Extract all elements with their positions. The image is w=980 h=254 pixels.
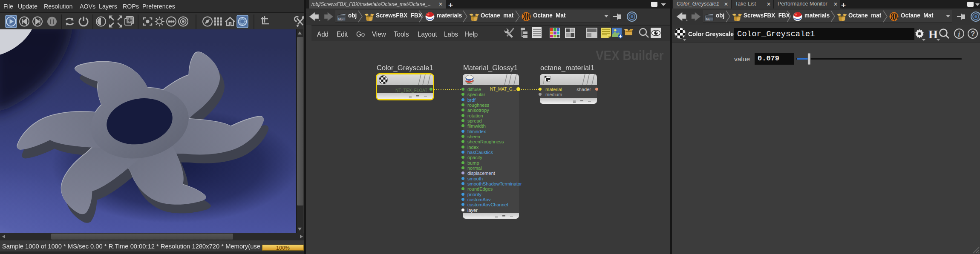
svg-text:H: H [928, 28, 938, 41]
svg-text:Mo: Mo [706, 18, 710, 21]
svg-text:Mo: Mo [338, 18, 343, 21]
svg-text:i: i [958, 31, 960, 38]
svg-text:?: ? [971, 30, 975, 37]
